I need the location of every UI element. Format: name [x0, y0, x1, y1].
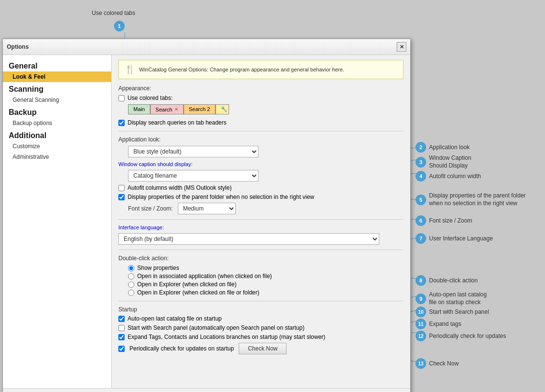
info-icon: 🍴 — [125, 64, 135, 75]
start-search-panel-label: Start with Search panel (automatically o… — [128, 324, 304, 331]
sidebar-item-look-feel[interactable]: Look & Feel — [3, 71, 111, 82]
font-zoom-select[interactable]: Small Medium Large — [178, 203, 236, 214]
sidebar-item-customize[interactable]: Customize — [3, 141, 111, 152]
callout-10-label: Start with Search panel — [429, 308, 489, 315]
periodically-check-checkbox[interactable] — [118, 346, 125, 352]
autofit-columns-label: Autofit columns width (MS Outlook style) — [128, 184, 231, 191]
start-search-panel-checkbox[interactable] — [118, 325, 125, 331]
callout-12-container: 12 Periodically check for updates — [416, 331, 506, 341]
info-banner: 🍴 WinCatalog General Options: Change pro… — [118, 60, 403, 79]
check-now-row: Periodically check for updates on startu… — [118, 343, 403, 354]
auto-open-startup-checkbox[interactable] — [118, 316, 125, 322]
callout-6-label: Font size / Zoom — [429, 217, 472, 224]
callout-11-label: Expand tags — [429, 321, 461, 327]
application-look-select[interactable]: Blue style (default) Classic Dark — [128, 146, 258, 157]
callout-9-label: Auto-open last catalogfile on startup ch… — [429, 291, 487, 306]
radio-open-explorer-folder: Open in Explorer (when clicked on file o… — [128, 289, 403, 296]
radio-open-explorer-file-input[interactable] — [128, 281, 134, 288]
radio-show-properties-input[interactable] — [128, 265, 134, 271]
info-banner-text: WinCatalog General Options: Change progr… — [139, 67, 344, 72]
autofit-columns-checkbox[interactable] — [118, 185, 125, 191]
dialog-body: General Look & Feel Scanning General Sca… — [3, 55, 410, 388]
divider-1 — [118, 131, 403, 131]
callout-5-circle: 5 — [416, 195, 426, 205]
divider-4 — [118, 301, 403, 301]
radio-show-properties-label: Show properties — [137, 265, 179, 271]
callout-2-container: 2 Application look — [416, 142, 470, 153]
application-look-label: Application look: — [118, 136, 403, 143]
callout-7-label: User Interface Language — [429, 235, 493, 242]
callout-9-circle: 9 — [416, 294, 426, 304]
options-dialog: Options ✕ General Look & Feel Scanning G… — [2, 39, 411, 392]
appearance-label: Appearance: — [118, 85, 403, 92]
callout-1: 1 — [114, 21, 125, 31]
main-content: 🍴 WinCatalog General Options: Change pro… — [112, 55, 410, 388]
callout-13-container: 13 Check Now — [416, 358, 459, 369]
callout-7-circle: 7 — [416, 233, 426, 244]
display-properties-row: Display properties of the parent folder … — [118, 194, 403, 200]
tab-search-label: Search — [156, 107, 172, 112]
start-search-panel-row: Start with Search panel (automatically o… — [118, 324, 403, 331]
callout-6-container: 6 Font size / Zoom — [416, 215, 472, 226]
callout-4-circle: 4 — [416, 171, 426, 182]
double-click-label: Double-click action: — [118, 255, 403, 262]
callout-12-label: Periodically check for updates — [429, 333, 506, 339]
interface-language-select-row: English (by default) Deutsch Français — [118, 233, 403, 245]
callout-10-container: 10 Start with Search panel — [416, 307, 489, 317]
radio-open-explorer-file: Open in Explorer (when clicked on file) — [128, 281, 403, 288]
callout-11-container: 11 Expand tags — [416, 319, 461, 329]
callout-3-container: 3 Window CaptionShould Display — [416, 154, 471, 169]
periodically-check-label: Periodically check for updates on startu… — [129, 345, 234, 352]
radio-open-associated: Open in associated application (when cli… — [128, 273, 403, 280]
use-colored-tabs-label: Use colored tabs: — [128, 95, 172, 101]
auto-open-startup-label: Auto-open last catalog file on startup — [128, 315, 222, 322]
radio-open-explorer-folder-input[interactable] — [128, 290, 134, 296]
display-properties-checkbox[interactable] — [118, 194, 125, 200]
category-scanning: Scanning — [3, 82, 111, 95]
callout-9-container: 9 Auto-open last catalogfile on startup … — [416, 291, 487, 306]
callout-2-label: Application look — [429, 144, 470, 151]
sidebar: General Look & Feel Scanning General Sca… — [3, 55, 112, 388]
callout-2-circle: 2 — [416, 142, 426, 153]
category-general: General — [3, 59, 111, 71]
sidebar-item-backup-options[interactable]: Backup options — [3, 118, 111, 128]
tabs-preview: Main Search ✕ Search 2 🔧 — [128, 104, 403, 114]
check-now-button[interactable]: Check Now — [239, 343, 287, 354]
expand-tags-row: Expand Tags, Contacts and Locations bran… — [118, 334, 403, 340]
sidebar-item-administrative[interactable]: Administrative — [3, 152, 111, 162]
application-look-select-row: Blue style (default) Classic Dark — [128, 146, 403, 157]
font-zoom-label: Font size / Zoom: — [128, 205, 173, 212]
tab-search[interactable]: Search ✕ — [150, 104, 184, 114]
interface-language-label: Interface language: — [118, 224, 403, 230]
callout-7-container: 7 User Interface Language — [416, 233, 493, 244]
display-search-queries-checkbox[interactable] — [118, 120, 125, 126]
tab-search-close[interactable]: ✕ — [174, 107, 178, 112]
use-colored-tabs-annotation: Use colored tabs — [92, 10, 135, 16]
callout-5-container: 5 Display properties of the parent folde… — [416, 192, 526, 207]
callout-6-circle: 6 — [416, 215, 426, 226]
callout-3-circle: 3 — [416, 157, 426, 168]
startup-title: Startup — [118, 306, 403, 313]
tab-search2[interactable]: Search 2 — [184, 104, 215, 114]
radio-open-explorer-file-label: Open in Explorer (when clicked on file) — [137, 281, 236, 288]
category-additional: Additional — [3, 128, 111, 141]
callout-13-label: Check Now — [429, 360, 459, 367]
callout-4-label: Autofit column width — [429, 173, 481, 180]
tab-icon[interactable]: 🔧 — [215, 104, 229, 114]
dialog-close-button[interactable]: ✕ — [397, 42, 406, 52]
use-colored-tabs-checkbox[interactable] — [118, 95, 125, 101]
radio-open-associated-input[interactable] — [128, 273, 134, 280]
window-caption-select[interactable]: Catalog filename Application name Both — [128, 170, 258, 182]
callout-4-container: 4 Autofit column width — [416, 171, 481, 182]
radio-open-explorer-folder-label: Open in Explorer (when clicked on file o… — [137, 289, 259, 296]
radio-open-associated-label: Open in associated application (when cli… — [137, 273, 272, 280]
expand-tags-checkbox[interactable] — [118, 334, 125, 340]
tab-main[interactable]: Main — [128, 104, 150, 114]
divider-3 — [118, 250, 403, 250]
auto-open-startup-row: Auto-open last catalog file on startup — [118, 315, 403, 322]
interface-language-select[interactable]: English (by default) Deutsch Français — [118, 233, 379, 245]
callout-5-label: Display properties of the parent folderw… — [429, 192, 526, 207]
use-colored-tabs-row: Use colored tabs: — [118, 95, 403, 101]
callout-3-label: Window CaptionShould Display — [429, 154, 471, 169]
sidebar-item-general-scanning[interactable]: General Scanning — [3, 95, 111, 105]
